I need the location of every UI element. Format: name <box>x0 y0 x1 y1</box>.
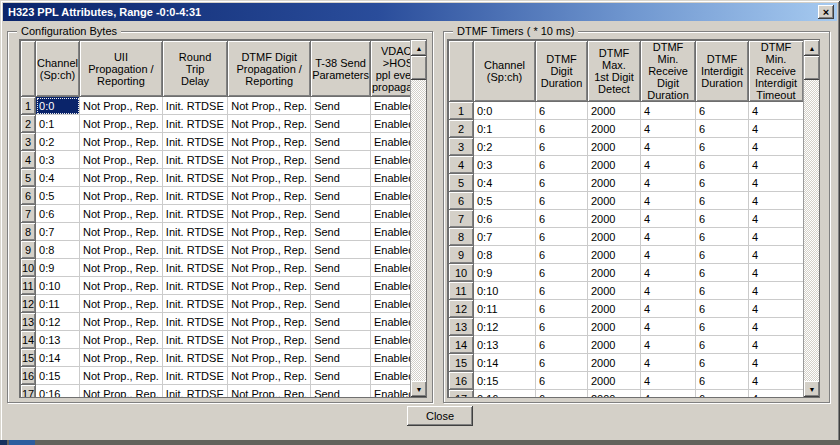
cell[interactable]: Send <box>311 187 371 205</box>
cell[interactable]: 2000 <box>588 318 641 336</box>
row-number[interactable]: 15 <box>21 349 36 367</box>
cell[interactable]: 6 <box>536 282 588 300</box>
scroll-up-button[interactable]: ▲ <box>411 40 426 56</box>
row-number[interactable]: 16 <box>21 367 36 385</box>
cell[interactable]: 4 <box>641 390 696 398</box>
row-number[interactable]: 3 <box>449 138 474 156</box>
corner-header[interactable] <box>21 41 36 97</box>
cell[interactable]: Not Prop., Rep. <box>80 313 163 331</box>
cell[interactable]: Not Prop., Rep. <box>80 295 163 313</box>
cell[interactable]: 4 <box>641 264 696 282</box>
row-number[interactable]: 10 <box>21 259 36 277</box>
cell[interactable]: Not Prop., Rep. <box>228 187 311 205</box>
cell[interactable]: 6 <box>696 264 749 282</box>
cell[interactable]: 4 <box>641 336 696 354</box>
cell[interactable]: Not Prop., Rep. <box>228 115 311 133</box>
cell[interactable]: 6 <box>696 318 749 336</box>
cell[interactable]: 6 <box>536 138 588 156</box>
cell[interactable]: 6 <box>536 300 588 318</box>
row-number[interactable]: 1 <box>21 97 36 115</box>
cell[interactable]: Not Prop., Rep. <box>80 367 163 385</box>
cell[interactable]: Not Prop., Rep. <box>228 241 311 259</box>
cell[interactable]: Init. RTDSE <box>162 205 227 223</box>
cell[interactable]: 2000 <box>588 372 641 390</box>
cell[interactable]: 4 <box>641 318 696 336</box>
cell[interactable]: 6 <box>536 354 588 372</box>
cell[interactable]: 0:10 <box>36 277 80 295</box>
window-close-button[interactable]: × <box>818 5 834 19</box>
cell[interactable]: 6 <box>536 246 588 264</box>
cell[interactable]: Not Prop., Rep. <box>228 331 311 349</box>
cell[interactable]: 6 <box>536 102 588 120</box>
row-number[interactable]: 9 <box>21 241 36 259</box>
cell[interactable]: Send <box>311 295 371 313</box>
cell[interactable]: 4 <box>749 336 804 354</box>
cell[interactable]: Not Prop., Rep. <box>228 259 311 277</box>
cell[interactable]: Init. RTDSE <box>162 133 227 151</box>
cell[interactable]: 4 <box>749 192 804 210</box>
cell[interactable]: 2000 <box>588 282 641 300</box>
column-header[interactable]: DTMF Digit Propagation / Reporting <box>228 41 311 97</box>
cell[interactable]: Init. RTDSE <box>162 259 227 277</box>
cell[interactable]: 6 <box>536 264 588 282</box>
cell[interactable]: 6 <box>696 372 749 390</box>
cell[interactable]: 2000 <box>588 300 641 318</box>
cell[interactable]: Not Prop., Rep. <box>228 277 311 295</box>
cell[interactable]: Not Prop., Rep. <box>80 115 163 133</box>
cell[interactable]: 4 <box>641 282 696 300</box>
cell[interactable]: Init. RTDSE <box>162 151 227 169</box>
row-number[interactable]: 7 <box>21 205 36 223</box>
cell[interactable]: 0:0 <box>474 102 536 120</box>
cell[interactable]: 2000 <box>588 174 641 192</box>
row-number[interactable]: 2 <box>21 115 36 133</box>
row-number[interactable]: 12 <box>449 300 474 318</box>
cell[interactable]: Not Prop., Rep. <box>80 349 163 367</box>
cell[interactable]: 2000 <box>588 246 641 264</box>
column-header[interactable]: Channel (Sp:ch) <box>36 41 80 97</box>
cell[interactable]: 2000 <box>588 138 641 156</box>
cell[interactable]: Send <box>311 349 371 367</box>
cell[interactable]: 4 <box>641 102 696 120</box>
column-header[interactable]: Channel (Sp:ch) <box>474 41 536 102</box>
cell[interactable]: Send <box>311 133 371 151</box>
cell[interactable]: Send <box>311 259 371 277</box>
scroll-down-button[interactable]: ▼ <box>804 381 819 397</box>
row-number[interactable]: 17 <box>21 385 36 398</box>
cell[interactable]: 6 <box>536 174 588 192</box>
row-number[interactable]: 12 <box>21 295 36 313</box>
cell[interactable]: 0:13 <box>474 336 536 354</box>
row-number[interactable]: 16 <box>449 372 474 390</box>
cell[interactable]: 4 <box>641 300 696 318</box>
cell[interactable]: 6 <box>696 336 749 354</box>
column-header[interactable]: Round Trip Delay <box>162 41 227 97</box>
scrollbar-thumb[interactable] <box>804 56 819 80</box>
cell[interactable]: 0:1 <box>36 115 80 133</box>
row-number[interactable]: 17 <box>449 390 474 398</box>
cell[interactable]: Not Prop., Rep. <box>228 313 311 331</box>
cell[interactable]: 0:8 <box>474 246 536 264</box>
cell[interactable]: 4 <box>641 138 696 156</box>
cell[interactable]: Send <box>311 241 371 259</box>
cell[interactable]: Not Prop., Rep. <box>80 331 163 349</box>
cell[interactable]: 4 <box>749 156 804 174</box>
cell[interactable]: 2000 <box>588 390 641 398</box>
row-number[interactable]: 8 <box>449 228 474 246</box>
column-header[interactable]: DTMF Digit Duration <box>536 41 588 102</box>
cell[interactable]: 2000 <box>588 336 641 354</box>
cell[interactable]: 4 <box>749 390 804 398</box>
cell[interactable]: 4 <box>749 300 804 318</box>
cell[interactable]: 6 <box>536 336 588 354</box>
cell[interactable]: 6 <box>696 192 749 210</box>
cell[interactable]: 4 <box>749 138 804 156</box>
cell[interactable]: 2000 <box>588 192 641 210</box>
cell[interactable]: Init. RTDSE <box>162 367 227 385</box>
cell[interactable]: Send <box>311 367 371 385</box>
cell[interactable]: 6 <box>696 174 749 192</box>
cell[interactable]: Not Prop., Rep. <box>228 367 311 385</box>
cell[interactable]: 4 <box>641 372 696 390</box>
row-number[interactable]: 5 <box>449 174 474 192</box>
cell[interactable]: 4 <box>749 372 804 390</box>
cell[interactable]: 2000 <box>588 228 641 246</box>
cell[interactable]: 0:10 <box>474 282 536 300</box>
vertical-scrollbar[interactable]: ▲ ▼ <box>803 40 819 397</box>
